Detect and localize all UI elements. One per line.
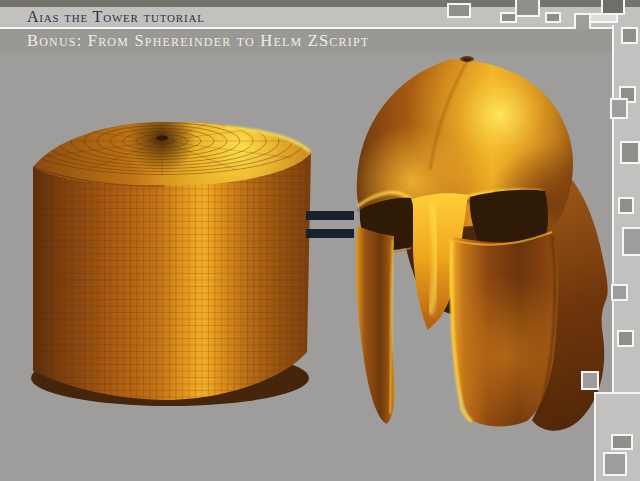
deco-square <box>622 227 640 256</box>
page-subtitle: Bonus: From Sphereinder to Helm ZScript <box>27 31 369 51</box>
render-layer <box>0 0 640 481</box>
deco-square <box>581 371 599 390</box>
sphereinder-render <box>12 107 312 406</box>
deco-square <box>500 12 517 23</box>
helm-cheek-left <box>356 226 395 424</box>
deco-square <box>621 27 638 44</box>
deco-square <box>447 3 471 18</box>
deco-square <box>588 13 618 23</box>
equals-bar-bottom <box>306 229 354 238</box>
deco-square <box>617 330 634 347</box>
page-title: Aias the Tower tutorial <box>27 8 205 26</box>
deco-tab <box>574 13 591 29</box>
helm-cheek-right-sheen <box>450 229 558 427</box>
helm-render <box>356 56 608 431</box>
cylinder-pole-dimple <box>156 136 168 141</box>
deco-square <box>515 0 540 17</box>
top-dark-strip <box>0 0 640 7</box>
zbrush-canvas: Aias the Tower tutorial Bonus: From Sphe… <box>0 0 640 481</box>
cylinder-body-wireframe <box>33 153 311 400</box>
deco-square <box>611 284 628 301</box>
deco-square <box>618 197 634 214</box>
deco-square <box>603 452 627 476</box>
deco-square <box>611 434 633 450</box>
equals-sign <box>303 208 357 240</box>
helm-apex-hole <box>463 58 471 62</box>
equals-bar-top <box>306 211 354 220</box>
deco-square <box>620 141 640 164</box>
deco-square <box>610 98 628 119</box>
deco-square <box>545 12 561 23</box>
